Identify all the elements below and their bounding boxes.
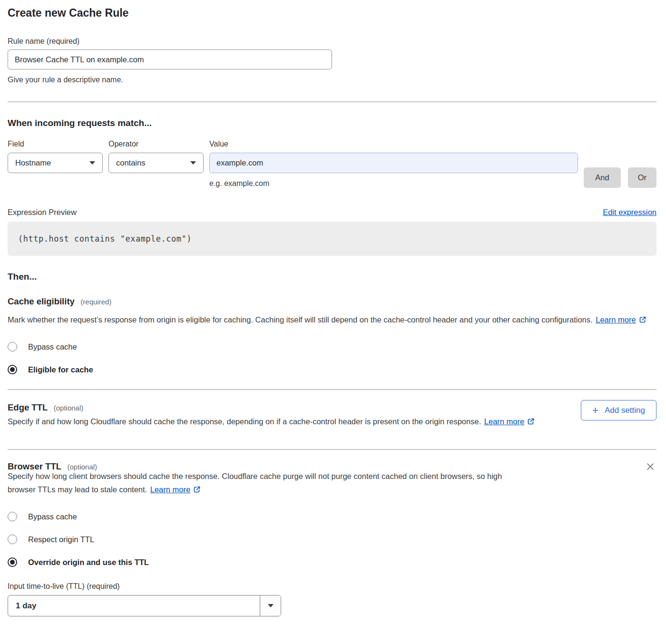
edge-ttl-description: Specify if and how long Cloudflare shoul… xyxy=(8,415,536,429)
radio-label: Eligible for cache xyxy=(28,365,93,374)
chevron-down-icon xyxy=(190,161,196,165)
field-label: Field xyxy=(8,140,103,148)
section-divider xyxy=(8,389,656,390)
cache-eligibility-learn-more-link[interactable]: Learn more xyxy=(596,315,636,324)
plus-icon: + xyxy=(592,405,598,416)
radio-selected-icon[interactable] xyxy=(8,365,17,374)
add-setting-button[interactable]: + Add setting xyxy=(581,400,656,420)
operator-column: Operator contains xyxy=(108,140,204,188)
external-link-icon xyxy=(639,314,646,327)
field-select[interactable]: Hostname xyxy=(8,153,103,173)
expression-preview-label: Expression Preview xyxy=(8,208,77,217)
rule-name-label: Rule name (required) xyxy=(8,37,656,46)
edge-ttl-description-text: Specify if and how long Cloudflare shoul… xyxy=(8,417,481,426)
edge-ttl-head: Edge TTL (optional) xyxy=(8,402,83,413)
external-link-icon xyxy=(193,484,201,497)
create-cache-rule-form: Create new Cache Rule Rule name (require… xyxy=(0,7,666,616)
operator-selected-value: contains xyxy=(116,158,145,167)
cache-eligibility-description: Mark whether the request’s response from… xyxy=(8,313,650,327)
value-input[interactable]: example.com xyxy=(209,153,578,173)
add-setting-label: Add setting xyxy=(605,406,645,415)
match-condition-row: Field Hostname Operator contains Value e… xyxy=(8,140,656,188)
rule-name-value: Browser Cache TTL on example.com xyxy=(15,55,144,64)
browser-ttl-option-respect-origin[interactable]: Respect origin TTL xyxy=(8,535,656,544)
match-heading: When incoming requests match... xyxy=(8,118,656,128)
section-divider xyxy=(8,101,656,102)
cache-eligibility-description-text: Mark whether the request’s response from… xyxy=(8,315,593,324)
radio-label: Bypass cache xyxy=(28,342,77,351)
browser-ttl-option-override[interactable]: Override origin and use this TTL xyxy=(8,557,656,567)
radio-label: Bypass cache xyxy=(28,512,77,521)
then-heading: Then... xyxy=(8,272,656,282)
external-link-icon xyxy=(527,416,535,429)
field-column: Field Hostname xyxy=(8,140,103,188)
value-column: Value example.com e.g. example.com xyxy=(209,140,578,188)
radio-unselected-icon[interactable] xyxy=(8,512,17,521)
close-icon xyxy=(645,461,656,472)
expression-code-block: (http.host contains "example.com") xyxy=(8,222,656,256)
cache-eligibility-option-bypass[interactable]: Bypass cache xyxy=(8,342,656,351)
cache-eligibility-head: Cache eligibility (required) xyxy=(8,296,656,307)
browser-ttl-learn-more-link[interactable]: Learn more xyxy=(150,485,190,494)
page-title: Create new Cache Rule xyxy=(8,7,656,20)
value-input-text: example.com xyxy=(216,158,263,167)
radio-selected-icon[interactable] xyxy=(8,557,17,567)
ttl-select[interactable]: 1 day xyxy=(8,595,281,616)
edge-ttl-title: Edge TTL xyxy=(8,402,48,412)
radio-unselected-icon[interactable] xyxy=(8,342,17,351)
operator-select[interactable]: contains xyxy=(108,153,204,173)
radio-label: Override origin and use this TTL xyxy=(28,558,149,567)
value-help: e.g. example.com xyxy=(209,179,578,188)
cache-eligibility-qualifier: (required) xyxy=(80,298,111,306)
value-label: Value xyxy=(209,140,578,148)
radio-unselected-icon[interactable] xyxy=(8,535,17,544)
ttl-input-label: Input time-to-live (TTL) (required) xyxy=(8,582,656,591)
chevron-down-icon xyxy=(268,604,274,607)
rule-name-help: Give your rule a descriptive name. xyxy=(8,76,656,84)
rule-name-input[interactable]: Browser Cache TTL on example.com xyxy=(8,49,332,69)
browser-ttl-description-text: Specify how long client browsers should … xyxy=(8,472,502,494)
cache-eligibility-option-eligible[interactable]: Eligible for cache xyxy=(8,365,656,374)
cache-eligibility-title: Cache eligibility xyxy=(8,296,75,306)
edit-expression-link[interactable]: Edit expression xyxy=(603,208,656,217)
and-button[interactable]: And xyxy=(584,167,620,188)
or-button[interactable]: Or xyxy=(628,167,656,188)
operator-label: Operator xyxy=(108,140,204,148)
ttl-selected-value: 1 day xyxy=(8,595,260,616)
expression-preview-row: Expression Preview Edit expression xyxy=(8,208,656,217)
remove-setting-button[interactable] xyxy=(644,460,656,474)
edge-ttl-learn-more-link[interactable]: Learn more xyxy=(484,417,524,426)
expression-code: (http.host contains "example.com") xyxy=(18,234,192,244)
browser-ttl-option-bypass[interactable]: Bypass cache xyxy=(8,512,656,521)
radio-label: Respect origin TTL xyxy=(28,535,94,544)
ttl-dropdown-toggle[interactable] xyxy=(260,595,281,616)
field-selected-value: Hostname xyxy=(15,158,51,167)
edge-ttl-qualifier: (optional) xyxy=(54,404,84,412)
chevron-down-icon xyxy=(89,161,95,165)
section-divider xyxy=(8,449,656,450)
browser-ttl-description: Specify how long client browsers should … xyxy=(8,469,529,497)
